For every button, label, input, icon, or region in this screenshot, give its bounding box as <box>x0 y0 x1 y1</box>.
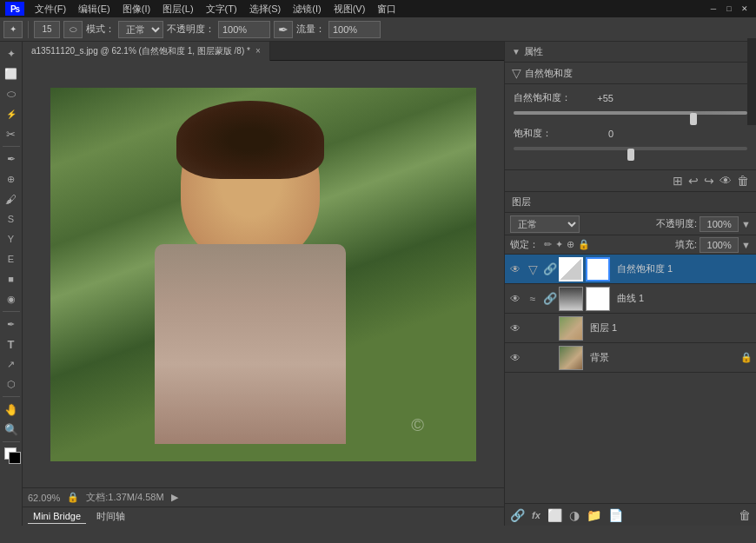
tool-eyedropper[interactable]: ✒ <box>2 149 21 169</box>
tool-preset-btn[interactable]: ✦ <box>3 21 23 38</box>
layer-chain-curves[interactable]: 🔗 <box>543 292 555 305</box>
layer-mode-select[interactable]: 正常 <box>510 215 580 233</box>
tool-move[interactable]: ✦ <box>2 44 21 63</box>
menu-file[interactable]: 文件(F) <box>30 2 71 17</box>
layer-thumb-layer1 <box>559 316 583 341</box>
tool-rect-select[interactable]: ⬜ <box>2 64 21 83</box>
menu-select[interactable]: 选择(S) <box>244 2 287 17</box>
saturation-slider-container <box>514 147 747 162</box>
file-info: 文档:1.37M/4.58M <box>86 491 163 504</box>
layer-eye-bg[interactable]: 👁 <box>508 352 522 364</box>
timeline-tab[interactable]: 时间轴 <box>91 508 130 525</box>
tab-close-btn[interactable]: × <box>255 46 261 56</box>
maximize-button[interactable]: □ <box>723 3 735 14</box>
canvas-area: a13511120_s.jpg @ 62.1% (自然饱和度 1, 图层蒙版 /… <box>23 42 504 526</box>
layer-row-vibrance[interactable]: 👁 ▽ 🔗 自然饱和度 1 <box>505 255 756 284</box>
props-grid-icon[interactable]: ⊞ <box>673 174 683 188</box>
menu-bar: 文件(F) 编辑(E) 图像(I) 图层(L) 文字(T) 选择(S) 滤镜(I… <box>30 2 401 17</box>
new-layer-btn[interactable]: 📄 <box>608 508 623 522</box>
layer-type-vibrance: ▽ <box>526 262 540 276</box>
fill-chevron[interactable]: ▼ <box>741 240 751 250</box>
menu-filter[interactable]: 滤镜(I) <box>288 2 326 17</box>
properties-icons: ⊞ ↩ ↪ 👁 🗑 <box>505 169 756 191</box>
layer-chain-vibrance[interactable]: 🔗 <box>543 262 555 275</box>
layer-type-curves: ≈ <box>526 293 540 305</box>
status-bar: 62.09% 🔒 文档:1.37M/4.58M ▶ <box>23 487 504 507</box>
tool-lasso[interactable]: ⬭ <box>2 84 21 103</box>
opacity-input[interactable] <box>700 216 739 232</box>
tool-shape[interactable]: ⬡ <box>2 374 21 394</box>
fg-bg-colors[interactable] <box>2 445 21 464</box>
panel-collapse-btn[interactable]: ▼ <box>512 47 521 56</box>
link-layers-btn[interactable]: 🔗 <box>510 508 525 522</box>
layer-eye-curves[interactable]: 👁 <box>508 293 522 305</box>
tool-crop[interactable]: ✂ <box>2 124 21 143</box>
status-arrow[interactable]: ▶ <box>171 492 178 503</box>
tool-history-brush[interactable]: Y <box>2 229 21 248</box>
mode-label: 模式： <box>86 23 115 36</box>
tool-dodge[interactable]: ◉ <box>2 289 21 308</box>
properties-subheader: ▽ 自然饱和度 <box>505 63 756 84</box>
saturation-slider-thumb[interactable] <box>627 149 634 161</box>
layer-row-layer1[interactable]: 👁 图层 1 <box>505 314 756 343</box>
props-forward-icon[interactable]: ↪ <box>704 174 714 188</box>
menu-image[interactable]: 图像(I) <box>117 2 156 17</box>
lock-move-icon[interactable]: ✦ <box>555 239 563 250</box>
tool-pen[interactable]: ✒ <box>2 315 21 334</box>
mini-bridge-tab[interactable]: Mini Bridge <box>28 509 86 524</box>
new-group-btn[interactable]: 📁 <box>587 508 601 522</box>
brush-size-btn[interactable]: 15 <box>34 21 60 38</box>
layer-eye-vibrance[interactable]: 👁 <box>508 263 522 275</box>
title-bar-left: Ps 文件(F) 编辑(E) 图像(I) 图层(L) 文字(T) 选择(S) 滤… <box>5 2 401 17</box>
fill-area: 填充: ▼ <box>675 237 751 253</box>
layer-row-curves[interactable]: 👁 ≈ 🔗 曲线 1 <box>505 284 756 314</box>
close-button[interactable]: ✕ <box>739 3 751 14</box>
tab-title: a13511120_s.jpg @ 62.1% (自然饱和度 1, 图层蒙版 /… <box>31 45 250 57</box>
menu-edit[interactable]: 编辑(E) <box>73 2 116 17</box>
props-visibility-icon[interactable]: 👁 <box>720 174 732 188</box>
tool-path-select[interactable]: ↗ <box>2 354 21 374</box>
menu-text[interactable]: 文字(T) <box>201 2 242 17</box>
tool-hand[interactable]: 🤚 <box>2 400 21 419</box>
new-adjustment-btn[interactable]: ◑ <box>569 508 580 522</box>
toolbar: ✦ 15 ⬭ 模式： 正常 不透明度： ✒ 流量： <box>0 17 756 42</box>
brush-size-value: 15 <box>42 24 51 34</box>
layer-eye-layer1[interactable]: 👁 <box>508 322 522 334</box>
tool-gradient[interactable]: ■ <box>2 269 21 288</box>
mode-select[interactable]: 正常 <box>118 21 163 38</box>
layer-row-bg[interactable]: 👁 背景 🔒 <box>505 343 756 373</box>
document-tab[interactable]: a13511120_s.jpg @ 62.1% (自然饱和度 1, 图层蒙版 /… <box>23 42 270 61</box>
vibrance-slider-track <box>514 111 747 115</box>
menu-layer[interactable]: 图层(L) <box>157 2 198 17</box>
menu-window[interactable]: 窗口 <box>372 2 401 17</box>
lock-artboards-icon[interactable]: ⊕ <box>567 239 574 250</box>
flow-input[interactable] <box>328 21 381 38</box>
tool-text[interactable]: T <box>2 334 21 354</box>
opacity-chevron[interactable]: ▼ <box>741 219 751 229</box>
lock-all-icon[interactable]: 🔒 <box>578 239 590 250</box>
opacity-input[interactable] <box>218 21 270 38</box>
props-scrollbar[interactable] <box>747 38 756 125</box>
tool-zoom[interactable]: 🔍 <box>2 420 21 439</box>
add-mask-btn[interactable]: ⬜ <box>547 508 562 522</box>
airbrush-btn[interactable]: ✒ <box>274 21 293 38</box>
lock-pixels-icon[interactable]: ✏ <box>544 239 552 250</box>
layers-list: 👁 ▽ 🔗 自然饱和度 1 👁 ≈ 🔗 曲线 1 <box>505 255 756 503</box>
props-back-icon[interactable]: ↩ <box>688 174 699 188</box>
props-delete-icon[interactable]: 🗑 <box>737 174 749 188</box>
tool-stamp[interactable]: S <box>2 209 21 228</box>
tool-brush[interactable]: 🖌 <box>2 189 21 209</box>
fx-btn[interactable]: fx <box>532 510 540 520</box>
brush-shape-btn[interactable]: ⬭ <box>63 21 83 38</box>
tool-eraser[interactable]: E <box>2 249 21 268</box>
vibrance-slider-thumb[interactable] <box>690 113 697 125</box>
minimize-button[interactable]: ─ <box>707 3 720 14</box>
menu-view[interactable]: 视图(V) <box>328 2 371 17</box>
delete-layer-btn[interactable]: 🗑 <box>739 508 751 522</box>
tool-quick-select[interactable]: ⚡ <box>2 104 21 123</box>
fill-input[interactable] <box>700 237 739 253</box>
layer-mask-curves <box>586 287 610 311</box>
layer-name-layer1: 图层 1 <box>590 321 753 334</box>
ps-logo: Ps <box>5 2 24 16</box>
tool-heal[interactable]: ⊕ <box>2 169 21 189</box>
